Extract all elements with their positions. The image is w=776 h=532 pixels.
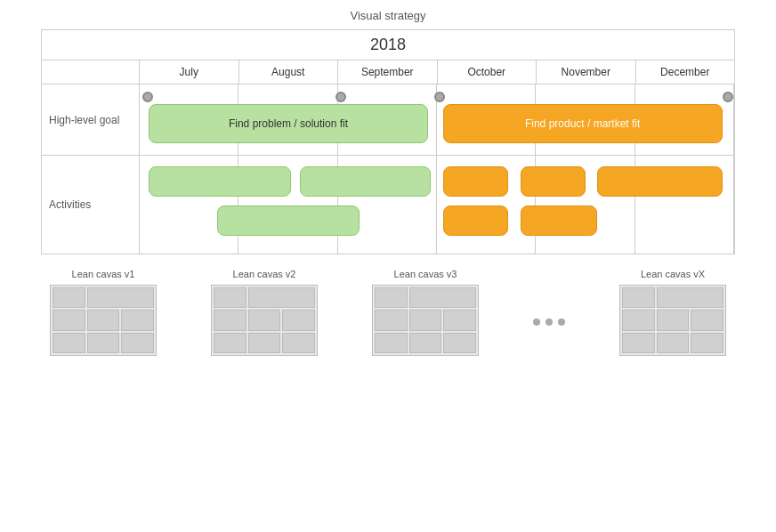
cell-december-hl [635, 85, 734, 155]
canvas-vx-label: Lean cavas vX [641, 269, 705, 279]
month-november: November [537, 60, 636, 84]
cell-november-act [536, 156, 635, 254]
gantt-chart: 2018 July August September October Novem… [41, 29, 735, 254]
canvas-v2-grid [211, 285, 318, 356]
empty-label-cell [42, 60, 140, 84]
cell-july-act [140, 156, 238, 254]
cell-december-act [635, 156, 734, 254]
canvas-v1-label: Lean cavas v1 [72, 269, 135, 279]
month-august: August [239, 60, 339, 84]
month-december: December [636, 60, 735, 84]
page-title: Visual strategy [350, 0, 425, 26]
cell-november-hl [536, 85, 635, 155]
months-header-row: July August September October November D… [42, 60, 734, 85]
canvas-v1: Lean cavas v1 [50, 269, 157, 356]
cell-october-hl [437, 85, 536, 155]
gantt-table: July August September October November D… [42, 60, 734, 254]
activities-label: Activities [42, 156, 140, 254]
month-september: September [338, 60, 438, 84]
high-level-cells: Find problem / solution fit Find product… [140, 85, 734, 155]
year-header: 2018 [42, 30, 734, 60]
canvas-v2: Lean cavas v2 [211, 269, 318, 356]
canvas-v3: Lean cavas v3 [372, 269, 479, 356]
activities-row: Activities [42, 156, 734, 254]
cell-september-hl [338, 85, 437, 155]
ellipsis-dots [533, 286, 565, 358]
canvas-v3-label: Lean cavas v3 [394, 269, 457, 279]
high-level-row: High-level goal [42, 85, 734, 156]
cell-august-act [238, 156, 337, 254]
canvas-vx: Lean cavas vX [619, 269, 726, 356]
canvas-v3-grid [372, 285, 479, 356]
canvas-vx-grid [619, 285, 726, 356]
canvas-v2-label: Lean cavas v2 [233, 269, 296, 279]
cell-july-hl [140, 85, 238, 155]
canvas-v1-grid [50, 285, 157, 356]
activities-cells [140, 156, 734, 254]
dot-2 [546, 318, 553, 326]
dot-3 [558, 318, 565, 326]
dot-1 [533, 318, 540, 326]
cell-october-act [437, 156, 536, 254]
month-october: October [438, 60, 538, 84]
bottom-section: Lean cavas v1 Lean cavas v2 [41, 269, 735, 358]
high-level-label: High-level goal [42, 85, 140, 155]
cell-september-act [338, 156, 437, 254]
cell-august-hl [238, 85, 337, 155]
month-july: July [140, 60, 239, 84]
